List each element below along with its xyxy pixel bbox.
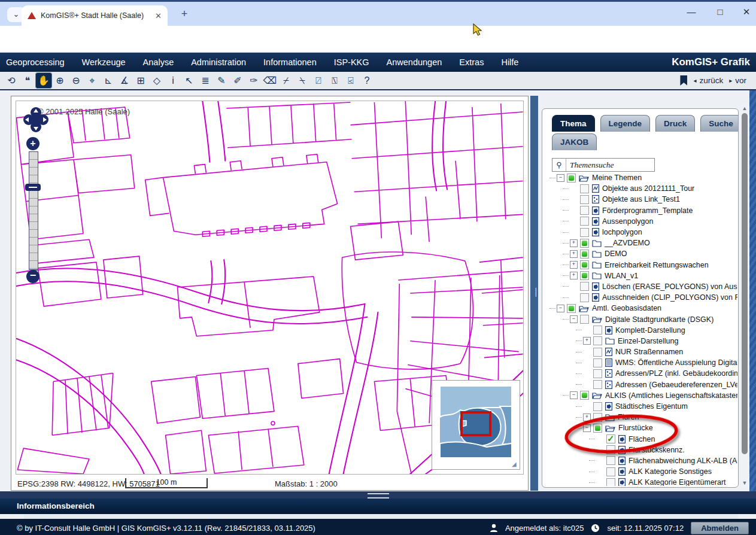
- scrollbar-thumb[interactable]: [742, 113, 748, 454]
- layer-checkbox-empty[interactable]: [593, 402, 602, 411]
- layer-checkbox-green[interactable]: [580, 271, 589, 280]
- tree-row[interactable]: +Erreichbarkeit Rettungswachen: [547, 260, 737, 270]
- expand-icon[interactable]: +: [570, 261, 578, 269]
- tree-row[interactable]: Objekte aus 20121111_Tour: [547, 183, 737, 194]
- layer-checkbox-empty[interactable]: [580, 184, 589, 193]
- expand-icon[interactable]: +: [570, 250, 578, 258]
- layer-checkbox-empty[interactable]: [593, 380, 602, 389]
- tree-label[interactable]: Meine Themen: [592, 174, 642, 182]
- scroll-up-icon[interactable]: ▲: [740, 105, 749, 111]
- menu-item-isp-kkg[interactable]: ISP-KKG: [334, 57, 369, 67]
- layer-checkbox-empty[interactable]: [580, 293, 589, 302]
- tree-row[interactable]: Objekte aus Link_Test1: [547, 194, 737, 205]
- layer-checkbox-empty[interactable]: [606, 478, 615, 486]
- new-tab-button[interactable]: +: [177, 8, 192, 20]
- tab-suche[interactable]: Suche: [700, 115, 739, 132]
- zoom-out-icon[interactable]: ⊖: [68, 73, 84, 88]
- layer-checkbox-empty[interactable]: [593, 413, 602, 422]
- measure-length-icon[interactable]: ⊾: [101, 73, 116, 88]
- tree-label[interactable]: __AZVDEMO: [605, 239, 650, 247]
- zoom-slider-handle[interactable]: [25, 184, 41, 191]
- collapse-icon[interactable]: −: [557, 305, 564, 312]
- snap-line-1-icon[interactable]: ⌿: [278, 73, 294, 88]
- tree-label[interactable]: Adressen (Gebaeudereferenzen_LVerm: [615, 381, 737, 389]
- tree-row[interactable]: Flurstückskennz.: [547, 445, 737, 455]
- edit-vertices-icon[interactable]: ✎: [214, 73, 229, 88]
- tree-row[interactable]: −Flurstücke: [547, 422, 737, 433]
- tree-row[interactable]: WMS: Öffentliche Ausspielung Digitale S: [547, 357, 737, 368]
- menu-item-extras[interactable]: Extras: [459, 57, 484, 67]
- measure-polygon-icon[interactable]: ◇: [149, 73, 165, 88]
- layer-checkbox-green[interactable]: [593, 424, 602, 433]
- eraser-icon[interactable]: ⌫: [262, 73, 278, 88]
- zoom-in-icon[interactable]: ⊕: [52, 73, 68, 88]
- layer-checkbox-empty[interactable]: [593, 326, 602, 335]
- tree-label[interactable]: Flächenabweichung ALK-ALB (ALK: [629, 457, 737, 465]
- tree-label[interactable]: Flurstückskennz.: [629, 446, 685, 454]
- tree-row[interactable]: Förderprogramm_Template: [547, 205, 737, 216]
- tree-label[interactable]: Digitale Stadtgrundkarte (DSGK): [605, 315, 714, 324]
- tree-label[interactable]: ALK Kategorie Sonstiges: [629, 467, 712, 476]
- tab-close-icon[interactable]: ✕: [155, 11, 162, 20]
- layer-checkbox-empty[interactable]: [606, 445, 615, 454]
- tree-row[interactable]: ALK Kategorie Eigentümerart: [547, 477, 737, 486]
- expand-icon[interactable]: +: [570, 272, 578, 279]
- tree-label[interactable]: Förderprogramm_Template: [602, 206, 693, 215]
- tree-label[interactable]: Einzel-Darstellung: [618, 337, 678, 345]
- layer-checkbox-empty[interactable]: [606, 467, 615, 476]
- expand-icon[interactable]: +: [583, 337, 591, 345]
- layer-checkbox-tick[interactable]: [606, 434, 615, 443]
- tree-row[interactable]: −Digitale Stadtgrundkarte (DSGK): [547, 314, 737, 324]
- tree-label[interactable]: WMS: Öffentliche Ausspielung Digitale S: [615, 358, 737, 367]
- layer-checkbox-empty[interactable]: [580, 315, 589, 324]
- remove-selection-list-icon[interactable]: ≣: [198, 73, 213, 88]
- collapse-icon[interactable]: −: [583, 424, 591, 432]
- menu-item-hilfe[interactable]: Hilfe: [501, 57, 518, 67]
- tree-row[interactable]: Komplett-Darstellung: [547, 325, 737, 336]
- layer-checkbox-empty[interactable]: [580, 195, 589, 204]
- tree-row[interactable]: NUR Straßennamen: [547, 346, 737, 357]
- snap-line-2-icon[interactable]: ⍀: [294, 73, 310, 88]
- history-forward-button[interactable]: ▸ vor: [729, 76, 746, 85]
- tree-row[interactable]: Adressen (Gebaeudereferenzen_LVerm: [547, 379, 737, 390]
- expand-icon[interactable]: +: [570, 239, 578, 247]
- tree-label[interactable]: Amtl. Geobasisdaten: [592, 304, 661, 312]
- tree-label[interactable]: Aussenpolygon: [602, 217, 653, 226]
- logout-button[interactable]: Abmelden: [691, 522, 749, 534]
- tree-row[interactable]: −Amtl. Geobasisdaten: [547, 303, 737, 314]
- tree-label[interactable]: Objekte aus 20121111_Tour: [602, 184, 694, 193]
- tree-label[interactable]: Städtisches Eigentum: [615, 402, 688, 411]
- menu-item-informationen[interactable]: Informationen: [263, 57, 317, 67]
- overview-resize-handle-icon[interactable]: ◢: [512, 461, 519, 468]
- tab-thema[interactable]: Thema: [552, 115, 595, 132]
- tree-label[interactable]: Erreichbarkeit Rettungswachen: [605, 261, 709, 269]
- collapse-icon[interactable]: −: [557, 174, 564, 182]
- map-viewport[interactable]: © 2001-2025 Halle (Saale) +: [16, 101, 524, 475]
- tree-row[interactable]: +WLAN_v1: [547, 270, 737, 281]
- tree-label[interactable]: DEMO: [605, 250, 627, 258]
- select-objects-icon[interactable]: ↖: [181, 73, 197, 88]
- tree-row[interactable]: Aussenpolygon: [547, 216, 737, 227]
- layer-checkbox-green[interactable]: [580, 391, 589, 400]
- tree-label[interactable]: Adressen/PLZ (inkl. Gebäudekoordinate: [615, 369, 737, 378]
- tree-row[interactable]: lochpolygon: [547, 227, 737, 238]
- layer-checkbox-green[interactable]: [567, 174, 576, 183]
- layer-checkbox-empty[interactable]: [580, 206, 589, 215]
- tree-row[interactable]: −ALKIS (Amtliches Liegenschaftskatasteri…: [547, 390, 737, 401]
- theme-search-box[interactable]: ⚲: [552, 158, 655, 172]
- globe-icon[interactable]: ⟲: [4, 73, 19, 88]
- scroll-down-icon[interactable]: ▼: [740, 480, 749, 486]
- tree-row[interactable]: +__AZVDEMO: [547, 238, 737, 248]
- info-area-header[interactable]: Informationsbereich: [0, 498, 756, 514]
- tree-label[interactable]: Komplett-Darstellung: [615, 326, 685, 335]
- bookmark-icon[interactable]: [680, 75, 687, 86]
- layer-checkbox-empty[interactable]: [593, 358, 602, 367]
- tree-label[interactable]: Fluren: [618, 413, 639, 421]
- menu-item-administration[interactable]: Administration: [191, 57, 246, 67]
- center-map-icon[interactable]: ⌖: [84, 73, 100, 88]
- pan-hand-icon[interactable]: ✋: [36, 73, 51, 88]
- vertical-splitter[interactable]: ❘❘: [530, 96, 538, 491]
- tree-label[interactable]: Flurstücke: [618, 424, 653, 432]
- layer-checkbox-empty[interactable]: [606, 456, 615, 465]
- search-icon[interactable]: ⚲: [552, 159, 566, 171]
